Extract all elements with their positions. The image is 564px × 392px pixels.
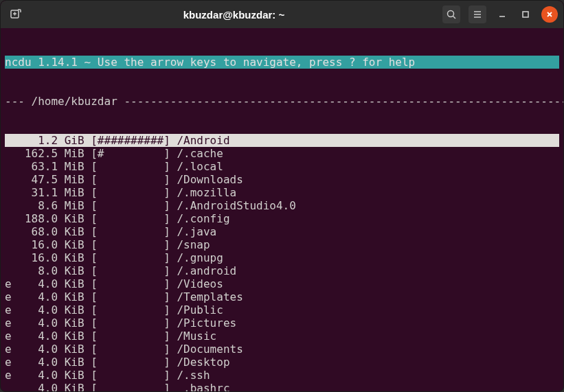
- terminal-content[interactable]: ncdu 1.14.1 ~ Use the arrow keys to navi…: [1, 28, 563, 391]
- file-row[interactable]: 16.0 KiB [ ] /.gnupg: [5, 251, 559, 264]
- file-row[interactable]: 8.0 KiB [ ] /.android: [5, 264, 559, 277]
- ncdu-header: ncdu 1.14.1 ~ Use the arrow keys to navi…: [5, 56, 559, 69]
- path-prefix: ---: [5, 95, 32, 108]
- file-row[interactable]: 63.1 MiB [ ] /.local: [5, 160, 559, 173]
- titlebar-right: [442, 5, 558, 23]
- path-suffix: ----------------------------------------…: [117, 95, 563, 108]
- file-row[interactable]: 1.2 GiB [##########] /Android: [5, 134, 559, 147]
- file-row[interactable]: 188.0 KiB [ ] /.config: [5, 212, 559, 225]
- terminal-window: kbuzdar@kbuzdar: ~: [0, 0, 564, 392]
- file-row[interactable]: e 4.0 KiB [ ] /Documents: [5, 343, 559, 356]
- window-title: kbuzdar@kbuzdar: ~: [31, 9, 437, 21]
- ncdu-path-line: --- /home/kbuzdar ----------------------…: [5, 95, 559, 108]
- close-button[interactable]: [541, 6, 558, 23]
- titlebar-left: [6, 5, 25, 24]
- file-row[interactable]: 162.5 MiB [# ] /.cache: [5, 147, 559, 160]
- file-row[interactable]: 68.0 KiB [ ] /.java: [5, 225, 559, 238]
- file-row[interactable]: e 4.0 KiB [ ] /Templates: [5, 290, 559, 303]
- svg-rect-2: [523, 12, 528, 17]
- close-icon: [545, 10, 554, 19]
- file-row[interactable]: e 4.0 KiB [ ] /Public: [5, 303, 559, 316]
- file-row[interactable]: e 4.0 KiB [ ] /Pictures: [5, 316, 559, 330]
- titlebar: kbuzdar@kbuzdar: ~: [1, 1, 563, 28]
- file-row[interactable]: 16.0 KiB [ ] /snap: [5, 238, 559, 251]
- maximize-button[interactable]: [518, 7, 533, 22]
- search-button[interactable]: [442, 5, 460, 23]
- maximize-icon: [521, 10, 530, 19]
- menu-button[interactable]: [469, 5, 486, 23]
- file-row[interactable]: e 4.0 KiB [ ] /Videos: [5, 277, 559, 290]
- file-row[interactable]: 47.5 MiB [ ] /Downloads: [5, 173, 559, 186]
- file-row[interactable]: 4.0 KiB [ ] .bashrc: [5, 382, 559, 391]
- new-tab-icon: [10, 8, 22, 21]
- minimize-icon: [497, 10, 507, 19]
- file-row[interactable]: e 4.0 KiB [ ] /Music: [5, 330, 559, 343]
- file-list[interactable]: 1.2 GiB [##########] /Android 162.5 MiB …: [5, 134, 559, 391]
- search-icon: [446, 9, 457, 20]
- svg-point-1: [448, 11, 454, 17]
- file-row[interactable]: e 4.0 KiB [ ] /.ssh: [5, 369, 559, 382]
- file-row[interactable]: 8.6 MiB [ ] /.AndroidStudio4.0: [5, 199, 559, 212]
- file-row[interactable]: 31.1 MiB [ ] /.mozilla: [5, 186, 559, 199]
- file-row[interactable]: e 4.0 KiB [ ] /Desktop: [5, 356, 559, 369]
- new-tab-button[interactable]: [6, 5, 25, 24]
- current-path: /home/kbuzdar: [32, 95, 117, 108]
- hamburger-icon: [472, 9, 483, 20]
- minimize-button[interactable]: [495, 7, 510, 22]
